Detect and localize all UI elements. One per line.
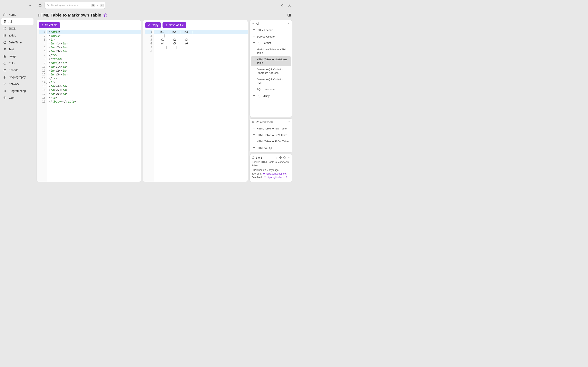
- published-line: Published at: 5 days ago: [252, 169, 290, 171]
- favorite-button[interactable]: [103, 13, 107, 17]
- sidebar-item-text[interactable]: Text: [1, 46, 34, 53]
- sidebar-item-label: Text: [9, 48, 14, 51]
- svg-marker-22: [104, 14, 107, 17]
- page-title: HTML Table to Markdown Table: [38, 13, 101, 17]
- tool-item[interactable]: HTML Table to Markdown Table: [251, 56, 291, 66]
- search-input[interactable]: [51, 4, 89, 7]
- related-panel-header[interactable]: Related Tools: [250, 119, 292, 125]
- sparkle-icon: [252, 35, 255, 38]
- svg-point-21: [289, 4, 290, 5]
- home-button[interactable]: [37, 2, 43, 8]
- input-editor-card: Select file 1⌄2⌄3⌄456789⌄1011121314⌄1516…: [36, 20, 141, 182]
- topbar: ⌘ + K: [35, 0, 294, 11]
- related-tool-label: HTML to SQL: [257, 146, 273, 150]
- sidebar-item-label: Encode: [9, 68, 18, 72]
- sidebar-item-cryptography[interactable]: Cryptography: [1, 74, 34, 80]
- chevron-down-icon[interactable]: [287, 156, 290, 159]
- sparkle-icon: [252, 140, 255, 143]
- grid-icon: [3, 20, 7, 23]
- image-icon: [3, 55, 7, 58]
- kbd-plus: +: [97, 4, 98, 7]
- type-icon: [3, 48, 7, 51]
- sparkle-icon: [252, 58, 255, 61]
- tool-item-label: Generate QR Code for SMS: [257, 78, 289, 85]
- search-icon: [46, 4, 49, 7]
- sidebar-item-date-time[interactable]: Date/Time: [1, 39, 34, 46]
- sidebar-item-json[interactable]: JSON: [1, 25, 34, 32]
- tool-item-label: HTML Table to Markdown Table: [257, 58, 289, 65]
- feedback-link[interactable]: https://github.com/…: [267, 176, 289, 179]
- tool-item[interactable]: UTF7 Encode: [251, 27, 291, 33]
- search-box[interactable]: ⌘ + K: [44, 2, 105, 9]
- upload-icon: [41, 24, 44, 26]
- type-icon[interactable]: [275, 156, 278, 159]
- panel-toggle-button[interactable]: [287, 13, 291, 17]
- related-tool-item[interactable]: HTML Table to CSV Table: [251, 132, 291, 138]
- related-panel-title: Related Tools: [256, 120, 273, 124]
- sidebar-item-all[interactable]: All: [1, 18, 34, 25]
- tool-item-label: BCrypt validator: [257, 35, 276, 39]
- tool-item[interactable]: Generate QR Code for SMS: [251, 76, 291, 86]
- tool-link[interactable]: https://t.he3app.co…: [266, 172, 288, 175]
- sparkle-icon: [252, 133, 255, 136]
- sidebar-item-home[interactable]: Home: [1, 11, 34, 18]
- tool-item[interactable]: Markdown Table to HTML Table: [251, 46, 291, 56]
- copy-button[interactable]: Copy: [145, 22, 161, 28]
- svg-point-19: [281, 5, 282, 6]
- all-tools-panel: All UTF7 EncodeBCrypt validatorSQL Forma…: [250, 20, 292, 117]
- profile-button[interactable]: [287, 3, 292, 7]
- output-editor-card: Copy Save as file 1⌄23456 | h1 | h2 | h3…: [143, 20, 248, 182]
- related-tool-label: HTML Table to CSV Table: [257, 133, 287, 137]
- select-file-label: Select file: [45, 24, 58, 27]
- related-tool-item[interactable]: HTML Table to TSV Table: [251, 125, 291, 132]
- tool-item[interactable]: BCrypt validator: [251, 33, 291, 40]
- check-circle-icon[interactable]: [283, 156, 286, 159]
- tool-item[interactable]: SQL Format: [251, 40, 291, 46]
- copy-label: Copy: [152, 24, 158, 27]
- share-button[interactable]: [280, 3, 284, 7]
- sidebar-item-yaml[interactable]: YAML: [1, 32, 34, 39]
- version-label: 1.0.1: [256, 156, 262, 159]
- related-tool-item[interactable]: HTML Table to JSON Table: [251, 138, 291, 145]
- globe-icon[interactable]: [279, 156, 282, 159]
- svg-point-18: [283, 4, 283, 5]
- save-as-file-button[interactable]: Save as file: [163, 22, 186, 28]
- shield-icon: [263, 173, 265, 175]
- sparkle-icon: [252, 29, 255, 31]
- save-as-file-label: Save as file: [169, 24, 184, 27]
- info-icon: [252, 156, 255, 159]
- related-tool-item[interactable]: HTML to SQL: [251, 145, 291, 151]
- bolt-icon: [3, 75, 7, 79]
- svg-point-20: [283, 6, 283, 7]
- sidebar-item-encode[interactable]: Encode: [1, 67, 34, 73]
- sidebar-item-image[interactable]: Image: [1, 53, 34, 59]
- tool-item[interactable]: SQL Unescape: [251, 86, 291, 93]
- all-panel-header[interactable]: All: [250, 20, 292, 27]
- input-code-editor[interactable]: 1⌄2⌄3⌄456789⌄1011121314⌄1516171819 <tabl…: [36, 29, 141, 182]
- sidebar-item-color[interactable]: Color: [1, 60, 34, 67]
- output-code-editor[interactable]: 1⌄23456 | h1 | h2 | h3 ||----|----|----|…: [143, 29, 248, 182]
- sidebar-item-label: Color: [9, 62, 15, 65]
- sidebar-item-label: Home: [9, 13, 16, 16]
- sidebar-item-label: Date/Time: [9, 41, 22, 44]
- svg-rect-5: [4, 35, 4, 36]
- sidebar-item-web[interactable]: Web: [1, 95, 34, 101]
- related-tool-label: HTML Table to TSV Table: [257, 127, 287, 131]
- svg-rect-6: [4, 36, 4, 36]
- tool-item[interactable]: Generate QR Code for Ethereum Address: [251, 66, 291, 76]
- kbd-key: K: [100, 4, 104, 7]
- home-icon: [38, 4, 42, 7]
- tool-item[interactable]: SQL Minify: [251, 93, 291, 99]
- right-panel: All UTF7 EncodeBCrypt validatorSQL Forma…: [250, 20, 292, 182]
- svg-rect-1: [5, 21, 6, 21]
- sparkle-icon: [252, 68, 255, 71]
- main-area: ⌘ + K HTML Table to Markdown Table: [35, 0, 294, 184]
- sidebar-item-network[interactable]: Network: [1, 81, 34, 87]
- sidebar-item-label: Network: [9, 82, 19, 86]
- select-file-button[interactable]: Select file: [39, 22, 60, 28]
- wifi-icon: [3, 82, 7, 86]
- copy-icon: [148, 24, 150, 26]
- sidebar-item-programming[interactable]: Programming: [1, 88, 34, 94]
- svg-point-29: [284, 157, 286, 159]
- sidebar-collapse-button[interactable]: [29, 4, 32, 7]
